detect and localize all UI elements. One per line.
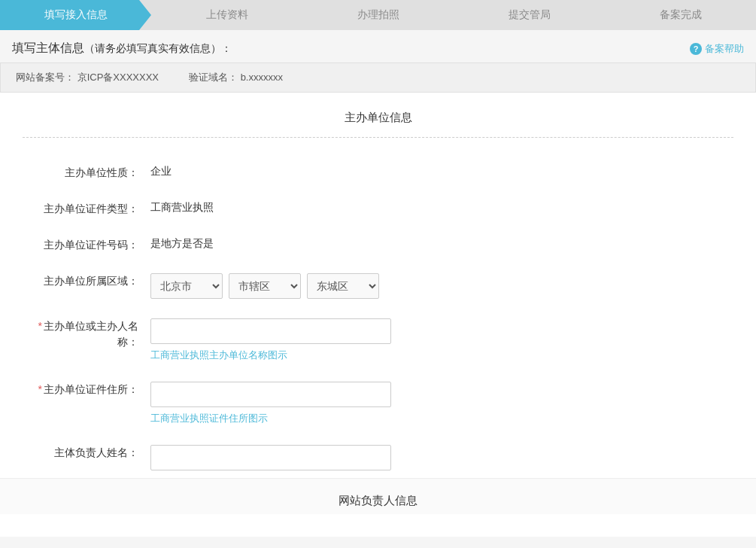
cert-address-input[interactable] [150,382,391,407]
city-select[interactable]: 市辖区 [229,273,301,299]
page-title: 填写主体信息（请务必填写真实有效信息）： [12,41,232,56]
label-cert-type: 主办单位证件类型： [30,196,150,217]
unit-name-hint-link[interactable]: 工商营业执照主办单位名称图示 [150,349,287,361]
step-1: 填写接入信息 [0,0,151,30]
label-responsible-name: 主体负责人姓名： [30,440,150,461]
field-region: 主办单位所属区域： 北京市 市辖区 东城区 [0,261,756,306]
step-3: 办理拍照 [302,0,454,30]
label-region: 主办单位所属区域： [30,269,150,289]
step-4: 提交管局 [454,0,605,30]
cert-address-hint-link[interactable]: 工商营业执照证件住所图示 [150,413,268,424]
value-unit-name: 工商营业执照主办单位名称图示 [150,314,726,362]
field-cert-address: *主办单位证件住所： 工商营业执照证件住所图示 [0,370,756,433]
label-cert-address: *主办单位证件住所： [30,377,150,397]
responsible-name-input[interactable] [150,445,391,470]
section-divider [23,137,733,138]
page-header: 填写主体信息（请务必填写真实有效信息）： ? 备案帮助 [0,30,756,62]
progress-bar: 填写接入信息 上传资料 办理拍照 提交管局 备案完成 [0,0,756,30]
value-region: 北京市 市辖区 东城区 [150,269,726,299]
help-icon: ? [690,43,702,55]
main-section-title: 主办单位信息 [0,93,756,137]
province-select[interactable]: 北京市 [150,273,223,299]
record-number: 网站备案号： 京ICP备XXXXXXX [16,71,159,84]
unit-name-input[interactable] [150,318,391,344]
field-unit-type: 主办单位性质： 企业 [0,153,756,189]
field-cert-type: 主办单位证件类型： 工商营业执照 [0,189,756,225]
value-cert-number: 是地方是否是 [150,233,726,251]
value-unit-type: 企业 [150,160,726,178]
domain-info: 验证域名： b.xxxxxxx [189,71,283,84]
step-2: 上传资料 [151,0,302,30]
step-5: 备案完成 [605,0,756,30]
help-link[interactable]: ? 备案帮助 [690,42,744,56]
field-responsible-name: 主体负责人姓名： [0,433,756,478]
field-cert-number: 主办单位证件号码： 是地方是否是 [0,225,756,261]
label-cert-number: 主办单位证件号码： [30,233,150,253]
field-unit-name: *主办单位或主办人名称： 工商营业执照主办单位名称图示 [0,306,756,370]
main-content: 主办单位信息 主办单位性质： 企业 主办单位证件类型： 工商营业执照 主办单位证… [0,93,756,537]
unit-name-hint: 工商营业执照主办单位名称图示 [150,349,726,362]
label-unit-name: *主办单位或主办人名称： [30,314,150,350]
district-select[interactable]: 东城区 [307,273,379,299]
info-bar: 网站备案号： 京ICP备XXXXXXX 验证域名： b.xxxxxxx [0,62,756,93]
value-cert-type: 工商营业执照 [150,196,726,215]
bottom-section-title: 网站负责人信息 [0,478,756,514]
value-responsible-name [150,440,726,470]
label-unit-type: 主办单位性质： [30,160,150,181]
value-cert-address: 工商营业执照证件住所图示 [150,377,726,425]
region-select-group: 北京市 市辖区 东城区 [150,273,726,299]
cert-address-hint: 工商营业执照证件住所图示 [150,412,726,425]
